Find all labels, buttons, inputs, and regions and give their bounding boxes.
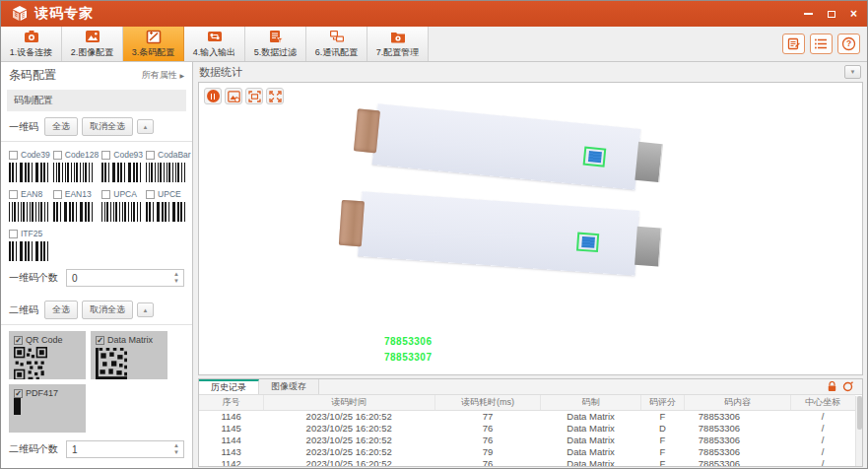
code-item-datamatrix[interactable]: Data Matrix bbox=[91, 331, 167, 379]
help-button[interactable]: ? bbox=[837, 34, 860, 54]
nav-label: 6.通讯配置 bbox=[315, 46, 359, 59]
count-2d-stepper[interactable]: 1 ▲▼ bbox=[66, 440, 184, 458]
history-panel: 历史记录 图像缓存 bbox=[198, 378, 863, 467]
panel-title: 条码配置 bbox=[9, 67, 56, 84]
collapse-1d-button[interactable]: ▲ bbox=[137, 119, 154, 134]
upce-checkbox[interactable] bbox=[146, 190, 155, 199]
image-settings-button[interactable] bbox=[225, 88, 242, 104]
itf25-checkbox[interactable] bbox=[9, 230, 18, 238]
code-item-ean8: EAN8 bbox=[9, 189, 50, 222]
nav-tab-image-config[interactable]: 2.图像配置 bbox=[62, 27, 123, 61]
barcode-config-icon bbox=[145, 30, 162, 44]
scrollbar-thumb[interactable] bbox=[857, 396, 862, 430]
maximize-button[interactable] bbox=[828, 7, 835, 21]
nav-label: 5.数据过滤 bbox=[254, 46, 298, 59]
close-button[interactable]: × bbox=[850, 7, 857, 21]
nav-tab-input-output[interactable]: 4.输入输出 bbox=[184, 27, 245, 61]
select-all-2d-button[interactable]: 全选 bbox=[44, 301, 78, 319]
nav-tab-barcode-config[interactable]: 3.条码配置 bbox=[123, 27, 184, 61]
ean13-checkbox[interactable] bbox=[53, 190, 62, 199]
nav-label: 1.设备连接 bbox=[10, 46, 53, 59]
table-row[interactable]: 11422023/10/25 16:20:5276Data MatrixF788… bbox=[199, 457, 855, 467]
nav-tab-config-manage[interactable]: 7.配置管理 bbox=[367, 27, 429, 61]
terminal-tab bbox=[634, 227, 662, 267]
nav-label: 4.输入输出 bbox=[193, 46, 236, 59]
deselect-all-1d-button[interactable]: 取消全选 bbox=[82, 117, 133, 136]
tab-history-record[interactable]: 历史记录 bbox=[199, 379, 259, 394]
codabar-sample-barcode bbox=[146, 163, 185, 182]
stepper-arrows[interactable]: ▲▼ bbox=[169, 270, 183, 286]
count-1d-value[interactable]: 0 bbox=[67, 270, 169, 286]
copper-tape bbox=[339, 200, 365, 246]
dm-code-label-1 bbox=[587, 151, 601, 163]
ean13-sample-barcode bbox=[53, 202, 93, 222]
ean8-sample-barcode bbox=[9, 202, 48, 222]
select-all-1d-button[interactable]: 全选 bbox=[44, 117, 78, 136]
nav-tab-device-connect[interactable]: 1.设备连接 bbox=[1, 27, 62, 61]
history-tab-actions bbox=[826, 379, 862, 394]
nav-label: 2.图像配置 bbox=[71, 46, 114, 59]
code-grid-1d: Code39 Code128 Code93 CodaBar EAN8 bbox=[1, 142, 192, 261]
log-button[interactable] bbox=[782, 34, 805, 54]
upca-sample-barcode bbox=[101, 202, 141, 222]
battery-cell-2 bbox=[358, 191, 639, 276]
history-tabs: 历史记录 图像缓存 bbox=[199, 379, 862, 395]
codabar-checkbox[interactable] bbox=[146, 151, 155, 160]
roi-box-2 bbox=[576, 233, 599, 252]
code39-checkbox[interactable] bbox=[9, 151, 18, 160]
minimize-button[interactable] bbox=[804, 7, 813, 21]
table-row[interactable]: 11462023/10/25 16:20:5277Data MatrixF788… bbox=[199, 410, 855, 422]
network-icon bbox=[328, 30, 345, 44]
clear-icon bbox=[842, 381, 853, 392]
toolbar-actions: ? bbox=[782, 27, 867, 61]
code128-checkbox[interactable] bbox=[53, 151, 62, 160]
table-row[interactable]: 11432023/10/25 16:20:5279Data MatrixF788… bbox=[199, 445, 855, 457]
table-row[interactable]: 11442023/10/25 16:20:5276Data MatrixF788… bbox=[199, 434, 855, 445]
tab-image-cache[interactable]: 图像缓存 bbox=[259, 379, 319, 394]
code-item-qrcode[interactable]: QR Code bbox=[9, 331, 86, 379]
count-1d-stepper[interactable]: 0 ▲▼ bbox=[66, 269, 184, 287]
image-viewer[interactable]: 78853306 78853307 bbox=[198, 82, 863, 375]
code-item-upce: UPCE bbox=[146, 189, 191, 222]
section-code-type-config: 码制配置 bbox=[7, 90, 186, 111]
itf25-sample-barcode bbox=[9, 241, 48, 261]
code-item-code93: Code93 bbox=[101, 150, 143, 182]
qrcode-checkbox[interactable] bbox=[14, 336, 23, 345]
ean8-checkbox[interactable] bbox=[9, 190, 18, 199]
upce-sample-barcode bbox=[146, 202, 185, 222]
spin-up-icon[interactable]: ▲ bbox=[173, 442, 179, 449]
spin-down-icon[interactable]: ▼ bbox=[173, 278, 179, 285]
lock-button[interactable] bbox=[826, 381, 838, 393]
upca-checkbox[interactable] bbox=[101, 190, 110, 199]
nav-tab-comm-config[interactable]: 6.通讯配置 bbox=[306, 27, 367, 61]
deselect-all-2d-button[interactable]: 取消全选 bbox=[82, 301, 133, 319]
list-button[interactable] bbox=[810, 34, 833, 54]
stats-header: 数据统计 ▼ bbox=[198, 62, 863, 82]
code93-checkbox[interactable] bbox=[101, 151, 110, 160]
fit-view-button[interactable] bbox=[245, 88, 263, 104]
pdf417-checkbox[interactable] bbox=[14, 389, 23, 398]
code-item-pdf417[interactable]: PDF417 bbox=[9, 384, 86, 433]
collapse-icon: ▲ bbox=[143, 307, 149, 313]
spin-down-icon[interactable]: ▼ bbox=[173, 449, 179, 456]
fullscreen-button[interactable] bbox=[266, 88, 284, 104]
roi-box-1 bbox=[583, 147, 607, 168]
pause-button[interactable] bbox=[204, 88, 222, 104]
decode-result-1: 78853306 bbox=[384, 336, 433, 347]
code-item-codabar: CodaBar bbox=[146, 150, 191, 182]
stepper-arrows[interactable]: ▲▼ bbox=[169, 441, 183, 457]
stats-dropdown-button[interactable]: ▼ bbox=[844, 65, 861, 79]
code-item-code39: Code39 bbox=[9, 150, 50, 182]
code-item-itf25: ITF25 bbox=[9, 229, 50, 261]
datamatrix-checkbox[interactable] bbox=[96, 336, 104, 345]
table-scrollbar[interactable] bbox=[855, 396, 862, 466]
all-properties-link[interactable]: 所有属性 ▶ bbox=[142, 69, 184, 82]
nav-tab-data-filter[interactable]: 5.数据过滤 bbox=[245, 27, 306, 61]
table-row[interactable]: 11452023/10/25 16:20:5276Data MatrixD788… bbox=[199, 422, 855, 434]
clear-button[interactable] bbox=[841, 381, 854, 393]
count-2d-value[interactable]: 1 bbox=[67, 441, 169, 457]
collapse-2d-button[interactable]: ▲ bbox=[137, 302, 154, 317]
io-icon bbox=[206, 30, 223, 44]
spin-up-icon[interactable]: ▲ bbox=[173, 271, 179, 278]
image-icon bbox=[84, 30, 100, 44]
